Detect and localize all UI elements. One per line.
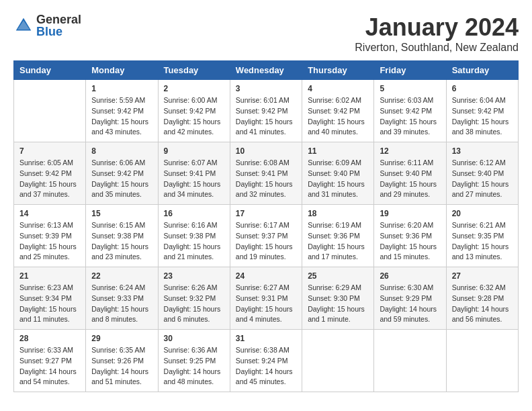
calendar-cell: 8Sunrise: 6:06 AMSunset: 9:42 PMDaylight…	[86, 142, 158, 205]
day-number: 16	[164, 209, 224, 218]
logo: General Blue	[13, 13, 81, 38]
calendar-cell: 22Sunrise: 6:24 AMSunset: 9:33 PMDayligh…	[86, 267, 158, 330]
week-row-4: 21Sunrise: 6:23 AMSunset: 9:34 PMDayligh…	[14, 267, 519, 330]
day-number: 3	[236, 84, 296, 93]
day-number: 7	[19, 146, 80, 156]
logo-icon	[13, 15, 34, 36]
logo-blue-text: Blue	[36, 26, 81, 38]
title-section: January 2024 Riverton, Southland, New Ze…	[355, 13, 519, 54]
day-number: 5	[380, 84, 440, 93]
day-info: Sunrise: 6:32 AMSunset: 9:28 PMDaylight:…	[452, 283, 513, 325]
calendar-table: SundayMondayTuesdayWednesdayThursdayFrid…	[13, 60, 519, 392]
day-number: 2	[164, 84, 224, 93]
calendar-cell: 24Sunrise: 6:27 AMSunset: 9:31 PMDayligh…	[230, 267, 302, 330]
calendar-cell	[302, 330, 374, 392]
calendar-cell: 18Sunrise: 6:19 AMSunset: 9:36 PMDayligh…	[302, 205, 374, 267]
calendar-cell: 2Sunrise: 6:00 AMSunset: 9:42 PMDaylight…	[158, 80, 230, 142]
day-info: Sunrise: 6:35 AMSunset: 9:26 PMDaylight:…	[91, 345, 152, 387]
day-info: Sunrise: 6:17 AMSunset: 9:37 PMDaylight:…	[236, 220, 296, 263]
logo-general-text: General	[36, 13, 81, 26]
calendar-cell: 11Sunrise: 6:09 AMSunset: 9:40 PMDayligh…	[302, 142, 374, 205]
calendar-cell: 16Sunrise: 6:16 AMSunset: 9:38 PMDayligh…	[158, 205, 230, 267]
calendar-cell: 1Sunrise: 5:59 AMSunset: 9:42 PMDaylight…	[86, 80, 158, 142]
week-row-3: 14Sunrise: 6:13 AMSunset: 9:39 PMDayligh…	[14, 205, 519, 267]
day-number: 31	[236, 334, 296, 343]
day-info: Sunrise: 6:23 AMSunset: 9:34 PMDaylight:…	[19, 283, 80, 325]
calendar-cell: 10Sunrise: 6:08 AMSunset: 9:41 PMDayligh…	[230, 142, 302, 205]
calendar-cell: 3Sunrise: 6:01 AMSunset: 9:42 PMDaylight…	[230, 80, 302, 142]
day-info: Sunrise: 6:08 AMSunset: 9:41 PMDaylight:…	[236, 158, 296, 200]
month-title: January 2024	[355, 13, 519, 42]
day-number: 13	[452, 146, 513, 156]
day-number: 28	[19, 334, 80, 343]
day-info: Sunrise: 6:00 AMSunset: 9:42 PMDaylight:…	[164, 95, 224, 138]
day-number: 23	[164, 271, 224, 281]
day-info: Sunrise: 6:01 AMSunset: 9:42 PMDaylight:…	[236, 95, 296, 138]
header-day-thursday: Thursday	[302, 61, 374, 80]
calendar-cell: 12Sunrise: 6:11 AMSunset: 9:40 PMDayligh…	[374, 142, 446, 205]
day-info: Sunrise: 6:16 AMSunset: 9:38 PMDaylight:…	[164, 220, 224, 263]
day-number: 15	[91, 209, 152, 218]
calendar-cell: 21Sunrise: 6:23 AMSunset: 9:34 PMDayligh…	[14, 267, 86, 330]
header-row: SundayMondayTuesdayWednesdayThursdayFrid…	[14, 61, 519, 80]
calendar-cell: 31Sunrise: 6:38 AMSunset: 9:24 PMDayligh…	[230, 330, 302, 392]
day-info: Sunrise: 6:20 AMSunset: 9:36 PMDaylight:…	[380, 220, 440, 263]
day-number: 29	[91, 334, 152, 343]
calendar-cell	[374, 330, 446, 392]
calendar-cell	[446, 330, 518, 392]
day-number: 26	[380, 271, 440, 281]
day-number: 14	[19, 209, 80, 218]
day-info: Sunrise: 6:19 AMSunset: 9:36 PMDaylight:…	[308, 220, 368, 263]
location-title: Riverton, Southland, New Zealand	[355, 42, 519, 54]
calendar-cell: 14Sunrise: 6:13 AMSunset: 9:39 PMDayligh…	[14, 205, 86, 267]
day-number: 21	[19, 271, 80, 281]
logo-text: General Blue	[36, 13, 81, 38]
day-number: 19	[380, 209, 440, 218]
day-number: 27	[452, 271, 513, 281]
calendar-body: 1Sunrise: 5:59 AMSunset: 9:42 PMDaylight…	[14, 80, 519, 392]
day-info: Sunrise: 6:09 AMSunset: 9:40 PMDaylight:…	[308, 158, 368, 200]
day-number: 12	[380, 146, 440, 156]
day-info: Sunrise: 6:15 AMSunset: 9:38 PMDaylight:…	[91, 220, 152, 263]
calendar-cell: 13Sunrise: 6:12 AMSunset: 9:40 PMDayligh…	[446, 142, 518, 205]
day-number: 8	[91, 146, 152, 156]
calendar-cell: 6Sunrise: 6:04 AMSunset: 9:42 PMDaylight…	[446, 80, 518, 142]
calendar-cell: 29Sunrise: 6:35 AMSunset: 9:26 PMDayligh…	[86, 330, 158, 392]
calendar-cell: 9Sunrise: 6:07 AMSunset: 9:41 PMDaylight…	[158, 142, 230, 205]
day-info: Sunrise: 6:21 AMSunset: 9:35 PMDaylight:…	[452, 220, 513, 263]
calendar-cell: 15Sunrise: 6:15 AMSunset: 9:38 PMDayligh…	[86, 205, 158, 267]
day-number: 24	[236, 271, 296, 281]
calendar-cell: 27Sunrise: 6:32 AMSunset: 9:28 PMDayligh…	[446, 267, 518, 330]
calendar-cell: 23Sunrise: 6:26 AMSunset: 9:32 PMDayligh…	[158, 267, 230, 330]
calendar-cell: 30Sunrise: 6:36 AMSunset: 9:25 PMDayligh…	[158, 330, 230, 392]
day-number: 30	[164, 334, 224, 343]
calendar-cell: 25Sunrise: 6:29 AMSunset: 9:30 PMDayligh…	[302, 267, 374, 330]
calendar-header: SundayMondayTuesdayWednesdayThursdayFrid…	[14, 61, 519, 80]
day-number: 25	[308, 271, 368, 281]
day-number: 20	[452, 209, 513, 218]
week-row-1: 1Sunrise: 5:59 AMSunset: 9:42 PMDaylight…	[14, 80, 519, 142]
calendar-cell: 7Sunrise: 6:05 AMSunset: 9:42 PMDaylight…	[14, 142, 86, 205]
week-row-2: 7Sunrise: 6:05 AMSunset: 9:42 PMDaylight…	[14, 142, 519, 205]
calendar-cell: 17Sunrise: 6:17 AMSunset: 9:37 PMDayligh…	[230, 205, 302, 267]
day-number: 4	[308, 84, 368, 93]
day-info: Sunrise: 6:07 AMSunset: 9:41 PMDaylight:…	[164, 158, 224, 200]
day-info: Sunrise: 6:06 AMSunset: 9:42 PMDaylight:…	[91, 158, 152, 200]
header-day-wednesday: Wednesday	[230, 61, 302, 80]
day-number: 18	[308, 209, 368, 218]
calendar-cell: 19Sunrise: 6:20 AMSunset: 9:36 PMDayligh…	[374, 205, 446, 267]
day-number: 11	[308, 146, 368, 156]
day-number: 1	[91, 84, 152, 93]
day-number: 10	[236, 146, 296, 156]
day-info: Sunrise: 6:24 AMSunset: 9:33 PMDaylight:…	[91, 283, 152, 325]
day-info: Sunrise: 6:12 AMSunset: 9:40 PMDaylight:…	[452, 158, 513, 200]
header-day-saturday: Saturday	[446, 61, 518, 80]
day-info: Sunrise: 6:26 AMSunset: 9:32 PMDaylight:…	[164, 283, 224, 325]
day-info: Sunrise: 6:13 AMSunset: 9:39 PMDaylight:…	[19, 220, 80, 263]
day-info: Sunrise: 6:11 AMSunset: 9:40 PMDaylight:…	[380, 158, 440, 200]
day-info: Sunrise: 6:38 AMSunset: 9:24 PMDaylight:…	[236, 345, 296, 387]
day-info: Sunrise: 6:03 AMSunset: 9:42 PMDaylight:…	[380, 95, 440, 138]
header-day-monday: Monday	[86, 61, 158, 80]
day-info: Sunrise: 6:29 AMSunset: 9:30 PMDaylight:…	[308, 283, 368, 325]
calendar-cell: 28Sunrise: 6:33 AMSunset: 9:27 PMDayligh…	[14, 330, 86, 392]
